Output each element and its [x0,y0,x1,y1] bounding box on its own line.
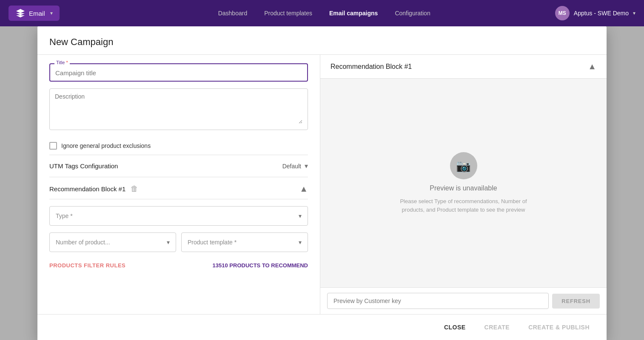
modal-header: New Campaign [37,26,607,55]
avatar: MS [555,6,570,20]
brand-chevron-icon: ▾ [50,10,53,16]
nav-configuration[interactable]: Configuration [395,10,430,17]
description-field-group [49,88,308,130]
filter-row: PRODUCTS FILTER RULES 13510 PRODUCTS TO … [49,255,308,272]
brand-button[interactable]: Email ▾ [9,6,60,21]
preview-unavailable-title: Preview is unavailable [430,184,497,192]
required-marker: * [65,60,68,65]
create-publish-button[interactable]: CREATE & PUBLISH [523,320,595,334]
two-col-row: Number of product... ▾ Product template … [49,229,308,255]
rec-block-title: Recommendation Block #1 [49,185,125,193]
user-menu[interactable]: MS Apptus - SWE Demo ▾ [555,6,635,20]
num-products-arrow-icon: ▾ [167,239,170,246]
camera-icon: 📷 [456,159,471,173]
num-products-select[interactable]: Number of product... ▾ [49,232,176,252]
modal-body: Title * Ignore general product exclusion… [37,55,607,314]
rec-block-chevron-icon[interactable]: ▲ [299,184,308,194]
camera-icon-circle: 📷 [450,152,477,179]
utm-tags-section: UTM Tags Configuration Default ▾ [49,155,308,177]
right-panel: Recommendation Block #1 ▲ 📷 Preview is u… [320,55,607,314]
refresh-button[interactable]: REFRESH [552,294,600,309]
product-template-arrow-icon: ▾ [299,239,302,246]
description-wrapper [49,88,308,130]
preview-area: 📷 Preview is unavailable Please select T… [320,79,607,287]
type-select[interactable]: Type * ▾ [49,206,308,226]
utm-tags-chevron-icon: ▾ [305,162,308,170]
right-panel-header: Recommendation Block #1 ▲ [320,55,607,79]
modal: New Campaign Title * [37,26,607,340]
type-label: Type * [56,212,73,219]
product-template-label: Product template * [188,239,237,246]
filter-rules-link[interactable]: PRODUCTS FILTER RULES [49,262,125,269]
delete-rec-block-icon[interactable]: 🗑 [131,184,138,193]
type-select-row: Type * ▾ [49,199,308,229]
type-arrow-icon: ▾ [299,212,302,219]
brand-label: Email [29,10,45,17]
checkbox-label: Ignore general product exclusions [61,142,151,149]
right-panel-chevron-icon[interactable]: ▲ [588,62,596,71]
num-products-label: Number of product... [56,239,110,246]
username: Apptus - SWE Demo [574,10,629,17]
preview-unavailable-desc: Please select Type of recommendations, N… [396,197,532,214]
modal-wrapper: New Campaign Title * [37,26,607,340]
preview-footer: REFRESH [320,287,607,314]
rec-block-title-row: Recommendation Block #1 🗑 [49,184,138,193]
title-field-group: Title * [49,63,308,82]
nav-email-campaigns[interactable]: Email campaigns [329,10,378,17]
description-input[interactable] [55,93,302,124]
customer-key-input[interactable] [327,293,549,309]
close-button[interactable]: CLOSE [439,320,471,334]
user-chevron-icon: ▾ [633,10,635,16]
brand-icon [15,8,26,18]
modal-footer: CLOSE CREATE CREATE & PUBLISH [37,314,607,340]
checkbox-row: Ignore general product exclusions [49,137,308,155]
title-input[interactable] [55,68,302,78]
product-template-select[interactable]: Product template * ▾ [181,232,308,252]
create-button[interactable]: CREATE [479,320,515,334]
rec-block-header: Recommendation Block #1 🗑 ▲ [49,177,308,199]
right-panel-title: Recommendation Block #1 [331,63,412,71]
nav-links: Dashboard Product templates Email campai… [94,10,555,17]
ignore-exclusions-checkbox[interactable] [49,142,57,150]
utm-tags-right[interactable]: Default ▾ [282,162,308,170]
left-panel: Title * Ignore general product exclusion… [37,55,320,314]
nav-dashboard[interactable]: Dashboard [218,10,248,17]
title-field-wrapper: Title * [49,63,308,82]
nav-product-templates[interactable]: Product templates [264,10,312,17]
utm-tags-value: Default [282,163,301,170]
products-count[interactable]: 13510 PRODUCTS TO RECOMMEND [213,262,308,269]
utm-tags-title: UTM Tags Configuration [49,162,118,170]
modal-title: New Campaign [49,37,595,48]
topnav: Email ▾ Dashboard Product templates Emai… [0,0,644,26]
title-label: Title * [54,60,70,65]
